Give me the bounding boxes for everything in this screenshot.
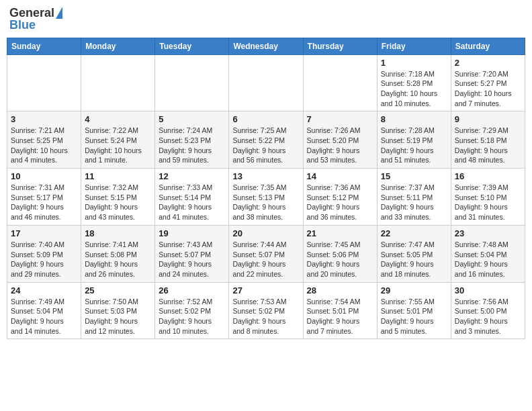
day-info: Sunrise: 7:37 AMSunset: 5:11 PMDaylight:… xyxy=(381,183,447,222)
calendar-day-cell: 2Sunrise: 7:20 AMSunset: 5:27 PMDaylight… xyxy=(451,54,525,111)
day-info: Sunrise: 7:48 AMSunset: 5:04 PMDaylight:… xyxy=(455,240,521,279)
day-info: Sunrise: 7:32 AMSunset: 5:15 PMDaylight:… xyxy=(85,183,151,222)
calendar-day-cell: 16Sunrise: 7:39 AMSunset: 5:10 PMDayligh… xyxy=(451,169,525,226)
day-number: 17 xyxy=(11,228,77,238)
day-number: 4 xyxy=(85,114,151,124)
logo-blue: Blue xyxy=(9,19,36,32)
day-number: 1 xyxy=(381,58,447,68)
day-number: 14 xyxy=(307,171,373,181)
calendar-week-row: 24Sunrise: 7:49 AMSunset: 5:04 PMDayligh… xyxy=(7,282,525,339)
calendar-day-cell: 17Sunrise: 7:40 AMSunset: 5:09 PMDayligh… xyxy=(7,225,81,282)
weekday-header: Sunday xyxy=(7,38,81,54)
day-number: 30 xyxy=(455,285,521,295)
logo-triangle-icon xyxy=(56,7,62,19)
calendar-day-cell: 5Sunrise: 7:24 AMSunset: 5:23 PMDaylight… xyxy=(155,111,229,169)
calendar-day-cell xyxy=(7,54,81,111)
calendar-day-cell: 1Sunrise: 7:18 AMSunset: 5:28 PMDaylight… xyxy=(377,54,451,111)
calendar-day-cell: 26Sunrise: 7:52 AMSunset: 5:02 PMDayligh… xyxy=(155,282,229,339)
day-info: Sunrise: 7:35 AMSunset: 5:13 PMDaylight:… xyxy=(232,183,299,222)
calendar-week-row: 17Sunrise: 7:40 AMSunset: 5:09 PMDayligh… xyxy=(7,225,525,282)
day-number: 10 xyxy=(11,171,77,181)
day-info: Sunrise: 7:52 AMSunset: 5:02 PMDaylight:… xyxy=(159,297,225,336)
day-number: 23 xyxy=(455,228,521,238)
logo: General Blue xyxy=(9,7,62,32)
day-number: 7 xyxy=(307,114,373,124)
calendar-day-cell: 8Sunrise: 7:28 AMSunset: 5:19 PMDaylight… xyxy=(377,111,451,169)
day-info: Sunrise: 7:49 AMSunset: 5:04 PMDaylight:… xyxy=(11,297,77,336)
day-info: Sunrise: 7:40 AMSunset: 5:09 PMDaylight:… xyxy=(11,240,77,279)
day-info: Sunrise: 7:50 AMSunset: 5:03 PMDaylight:… xyxy=(85,297,151,336)
calendar-day-cell: 11Sunrise: 7:32 AMSunset: 5:15 PMDayligh… xyxy=(81,169,155,226)
day-number: 6 xyxy=(232,114,299,124)
weekday-header: Thursday xyxy=(303,38,377,54)
page-header: General Blue xyxy=(7,7,525,32)
calendar-day-cell: 15Sunrise: 7:37 AMSunset: 5:11 PMDayligh… xyxy=(377,169,451,226)
calendar-day-cell xyxy=(303,54,377,111)
calendar-day-cell xyxy=(229,54,303,111)
day-number: 21 xyxy=(307,228,373,238)
weekday-header: Monday xyxy=(81,38,155,54)
calendar-day-cell: 29Sunrise: 7:55 AMSunset: 5:01 PMDayligh… xyxy=(377,282,451,339)
calendar-week-row: 1Sunrise: 7:18 AMSunset: 5:28 PMDaylight… xyxy=(7,54,525,111)
day-number: 12 xyxy=(159,171,225,181)
day-number: 27 xyxy=(232,285,299,295)
day-info: Sunrise: 7:54 AMSunset: 5:01 PMDaylight:… xyxy=(307,297,373,336)
day-info: Sunrise: 7:36 AMSunset: 5:12 PMDaylight:… xyxy=(307,183,373,222)
calendar-day-cell xyxy=(155,54,229,111)
calendar-day-cell: 20Sunrise: 7:44 AMSunset: 5:07 PMDayligh… xyxy=(229,225,303,282)
weekday-header: Tuesday xyxy=(155,38,229,54)
day-info: Sunrise: 7:47 AMSunset: 5:05 PMDaylight:… xyxy=(381,240,447,279)
day-info: Sunrise: 7:18 AMSunset: 5:28 PMDaylight:… xyxy=(381,69,447,109)
day-info: Sunrise: 7:31 AMSunset: 5:17 PMDaylight:… xyxy=(11,183,77,222)
calendar-day-cell: 13Sunrise: 7:35 AMSunset: 5:13 PMDayligh… xyxy=(229,169,303,226)
calendar-day-cell: 19Sunrise: 7:43 AMSunset: 5:07 PMDayligh… xyxy=(155,225,229,282)
day-info: Sunrise: 7:33 AMSunset: 5:14 PMDaylight:… xyxy=(159,183,225,222)
day-number: 22 xyxy=(381,228,447,238)
day-info: Sunrise: 7:41 AMSunset: 5:08 PMDaylight:… xyxy=(85,240,151,279)
day-info: Sunrise: 7:53 AMSunset: 5:02 PMDaylight:… xyxy=(232,297,299,336)
calendar-day-cell: 14Sunrise: 7:36 AMSunset: 5:12 PMDayligh… xyxy=(303,169,377,226)
calendar-day-cell: 24Sunrise: 7:49 AMSunset: 5:04 PMDayligh… xyxy=(7,282,81,339)
calendar-day-cell: 27Sunrise: 7:53 AMSunset: 5:02 PMDayligh… xyxy=(229,282,303,339)
day-info: Sunrise: 7:21 AMSunset: 5:25 PMDaylight:… xyxy=(11,126,77,165)
day-info: Sunrise: 7:43 AMSunset: 5:07 PMDaylight:… xyxy=(159,240,225,279)
day-number: 19 xyxy=(159,228,225,238)
calendar-day-cell: 7Sunrise: 7:26 AMSunset: 5:20 PMDaylight… xyxy=(303,111,377,169)
day-number: 20 xyxy=(232,228,299,238)
day-number: 29 xyxy=(381,285,447,295)
day-info: Sunrise: 7:26 AMSunset: 5:20 PMDaylight:… xyxy=(307,126,373,165)
day-info: Sunrise: 7:44 AMSunset: 5:07 PMDaylight:… xyxy=(232,240,299,279)
calendar-day-cell: 30Sunrise: 7:56 AMSunset: 5:00 PMDayligh… xyxy=(451,282,525,339)
calendar-day-cell: 25Sunrise: 7:50 AMSunset: 5:03 PMDayligh… xyxy=(81,282,155,339)
day-info: Sunrise: 7:20 AMSunset: 5:27 PMDaylight:… xyxy=(455,69,521,109)
calendar-day-cell: 3Sunrise: 7:21 AMSunset: 5:25 PMDaylight… xyxy=(7,111,81,169)
weekday-header-row: SundayMondayTuesdayWednesdayThursdayFrid… xyxy=(7,38,525,54)
day-number: 16 xyxy=(455,171,521,181)
day-number: 2 xyxy=(455,58,521,68)
calendar-day-cell: 4Sunrise: 7:22 AMSunset: 5:24 PMDaylight… xyxy=(81,111,155,169)
calendar-day-cell xyxy=(81,54,155,111)
day-number: 13 xyxy=(232,171,299,181)
calendar-day-cell: 21Sunrise: 7:45 AMSunset: 5:06 PMDayligh… xyxy=(303,225,377,282)
weekday-header: Saturday xyxy=(451,38,525,54)
calendar-day-cell: 22Sunrise: 7:47 AMSunset: 5:05 PMDayligh… xyxy=(377,225,451,282)
calendar-week-row: 10Sunrise: 7:31 AMSunset: 5:17 PMDayligh… xyxy=(7,169,525,226)
day-number: 26 xyxy=(159,285,225,295)
day-info: Sunrise: 7:55 AMSunset: 5:01 PMDaylight:… xyxy=(381,297,447,336)
day-number: 25 xyxy=(85,285,151,295)
weekday-header: Friday xyxy=(377,38,451,54)
day-number: 11 xyxy=(85,171,151,181)
calendar-day-cell: 12Sunrise: 7:33 AMSunset: 5:14 PMDayligh… xyxy=(155,169,229,226)
calendar-day-cell: 28Sunrise: 7:54 AMSunset: 5:01 PMDayligh… xyxy=(303,282,377,339)
day-info: Sunrise: 7:22 AMSunset: 5:24 PMDaylight:… xyxy=(85,126,151,165)
day-number: 5 xyxy=(159,114,225,124)
day-number: 3 xyxy=(11,114,77,124)
day-number: 8 xyxy=(381,114,447,124)
day-info: Sunrise: 7:39 AMSunset: 5:10 PMDaylight:… xyxy=(455,183,521,222)
calendar-table: SundayMondayTuesdayWednesdayThursdayFrid… xyxy=(7,38,525,340)
weekday-header: Wednesday xyxy=(229,38,303,54)
day-info: Sunrise: 7:28 AMSunset: 5:19 PMDaylight:… xyxy=(381,126,447,165)
day-number: 15 xyxy=(381,171,447,181)
day-number: 24 xyxy=(11,285,77,295)
day-info: Sunrise: 7:29 AMSunset: 5:18 PMDaylight:… xyxy=(455,126,521,165)
